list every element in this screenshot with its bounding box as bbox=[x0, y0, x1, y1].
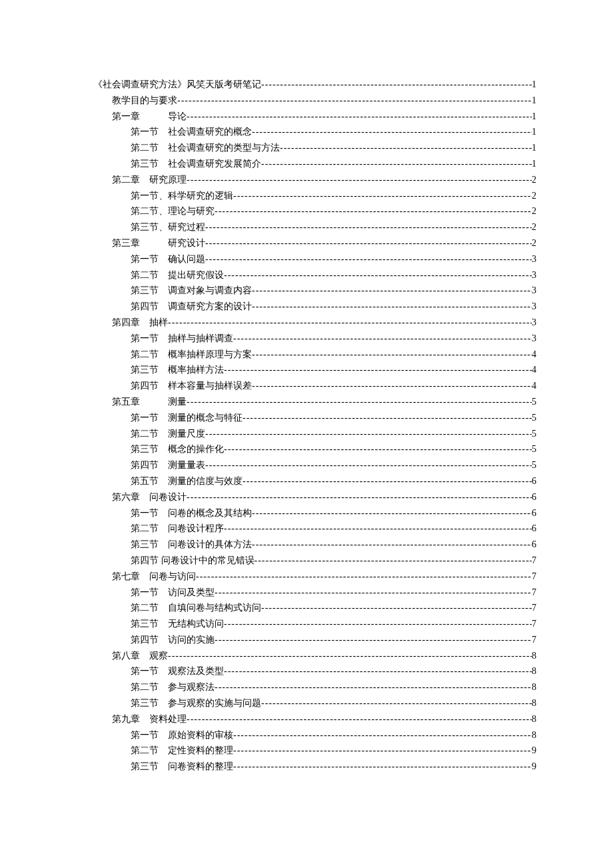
toc-label: 第一节 观察法及类型 bbox=[131, 663, 224, 679]
toc-entry: 第三节 参与观察的实施与问题8 bbox=[93, 695, 536, 711]
toc-entry: 第三节、研究过程2 bbox=[93, 219, 536, 235]
toc-page-number: 5 bbox=[532, 457, 536, 473]
toc-entry: 第二节 问卷设计程序6 bbox=[93, 521, 536, 537]
toc-label: 第四节 访问的实施 bbox=[131, 632, 215, 648]
toc-leader-dots bbox=[252, 378, 532, 394]
toc-entry: 第二节 参与观察法8 bbox=[93, 679, 536, 695]
toc-page-number: 8 bbox=[532, 679, 536, 695]
toc-entry: 第三节 问卷资料的整理9 bbox=[93, 759, 536, 775]
toc-page-number: 2 bbox=[532, 235, 536, 251]
toc-page-number: 8 bbox=[532, 663, 536, 679]
toc-entry: 第二节 测量尺度5 bbox=[93, 426, 536, 442]
toc-leader-dots bbox=[255, 553, 532, 569]
toc-leader-dots bbox=[252, 505, 532, 521]
toc-leader-dots bbox=[224, 616, 532, 632]
toc-leader-dots bbox=[261, 695, 532, 711]
toc-leader-dots bbox=[224, 663, 532, 679]
toc-entry: 第三节 概念的操作化5 bbox=[93, 441, 536, 457]
toc-label: 第三节 无结构式访问 bbox=[131, 616, 224, 632]
toc-page-number: 3 bbox=[532, 251, 536, 267]
toc-page-number: 9 bbox=[532, 743, 536, 759]
toc-label: 第三节 概率抽样方法 bbox=[131, 362, 224, 378]
toc-entry: 第六章 问卷设计6 bbox=[93, 489, 536, 505]
toc-label: 第四节 样本容量与抽样误差 bbox=[131, 378, 252, 394]
toc-entry: 第四节 样本容量与抽样误差4 bbox=[93, 378, 536, 394]
toc-page-number: 7 bbox=[532, 600, 536, 616]
toc-page-number: 1 bbox=[532, 140, 536, 156]
toc-leader-dots bbox=[233, 743, 532, 759]
toc-entry: 第一节 测量的概念与特征5 bbox=[93, 410, 536, 426]
toc-entry: 第一节、科学研究的逻辑2 bbox=[93, 188, 536, 204]
toc-entry: 第四章 抽样3 bbox=[93, 315, 536, 331]
toc-leader-dots bbox=[261, 600, 532, 616]
toc-label: 第二节 问卷设计程序 bbox=[131, 521, 224, 537]
toc-label: 第六章 问卷设计 bbox=[112, 489, 187, 505]
toc-page-number: 1 bbox=[532, 77, 536, 93]
toc-leader-dots bbox=[187, 711, 532, 727]
toc-entry: 第一节 抽样与抽样调查3 bbox=[93, 331, 536, 347]
toc-label: 第一节 抽样与抽样调查 bbox=[131, 331, 233, 347]
toc-leader-dots bbox=[187, 394, 532, 410]
toc-label: 第三节 概念的操作化 bbox=[131, 441, 224, 457]
toc-page-number: 8 bbox=[532, 695, 536, 711]
toc-leader-dots bbox=[168, 315, 532, 331]
toc-entry: 第二节 社会调查研究的类型与方法1 bbox=[93, 140, 536, 156]
toc-leader-dots bbox=[252, 283, 532, 299]
toc-label: 第一节 确认问题 bbox=[131, 251, 205, 267]
toc-entry: 第一节 原始资料的审核8 bbox=[93, 727, 536, 743]
toc-entry: 第三节 概率抽样方法4 bbox=[93, 362, 536, 378]
toc-leader-dots bbox=[252, 124, 532, 140]
toc-label: 第二节 自填问卷与结构式访问 bbox=[131, 600, 261, 616]
toc-page-number: 5 bbox=[532, 410, 536, 426]
toc-entry: 第九章 资料处理8 bbox=[93, 711, 536, 727]
toc-entry: 第二节 自填问卷与结构式访问7 bbox=[93, 600, 536, 616]
toc-entry: 第四节 问卷设计中的常见错误 7 bbox=[93, 553, 536, 569]
toc-label: 第二节 测量尺度 bbox=[131, 426, 205, 442]
toc-entry: 第一节 访问及类型7 bbox=[93, 585, 536, 601]
toc-leader-dots bbox=[177, 93, 532, 109]
toc-page-number: 2 bbox=[532, 219, 536, 235]
toc-leader-dots bbox=[187, 489, 532, 505]
toc-leader-dots bbox=[224, 441, 532, 457]
toc-label: 第一章 导论 bbox=[112, 109, 187, 125]
toc-label: 第三节、研究过程 bbox=[131, 219, 205, 235]
toc-label: 第三节 问卷资料的整理 bbox=[131, 759, 233, 775]
toc-entry: 第八章 观察8 bbox=[93, 648, 536, 664]
toc-leader-dots bbox=[224, 267, 532, 283]
toc-page-number: 4 bbox=[532, 362, 536, 378]
toc-page-number: 6 bbox=[532, 537, 536, 553]
toc-entry: 第三节 无结构式访问7 bbox=[93, 616, 536, 632]
toc-label: 第二节、理论与研究 bbox=[131, 203, 215, 219]
toc-label: 第二节 社会调查研究的类型与方法 bbox=[131, 140, 280, 156]
toc-page-number: 7 bbox=[532, 553, 536, 569]
toc-leader-dots bbox=[243, 473, 532, 489]
toc-label: 第四节 问卷设计中的常见错误 bbox=[131, 553, 255, 569]
toc-page-number: 1 bbox=[532, 109, 536, 125]
toc-page-number: 3 bbox=[532, 283, 536, 299]
toc-label: 第三节 参与观察的实施与问题 bbox=[131, 695, 261, 711]
toc-leader-dots bbox=[215, 632, 532, 648]
toc-leader-dots bbox=[224, 362, 532, 378]
toc-entry: 第二节、理论与研究2 bbox=[93, 203, 536, 219]
toc-page-number: 3 bbox=[532, 315, 536, 331]
toc-page-number: 6 bbox=[532, 505, 536, 521]
toc-page-number: 7 bbox=[532, 632, 536, 648]
toc-leader-dots bbox=[233, 727, 532, 743]
toc-leader-dots bbox=[261, 156, 532, 172]
toc-leader-dots bbox=[205, 219, 532, 235]
toc-leader-dots bbox=[205, 457, 532, 473]
toc-label: 第五节 测量的信度与效度 bbox=[131, 473, 243, 489]
toc-entry: 第三节 社会调查研究发展简介1 bbox=[93, 156, 536, 172]
toc-page-number: 3 bbox=[532, 267, 536, 283]
toc-page-number: 7 bbox=[532, 585, 536, 601]
toc-label: 教学目的与要求 bbox=[112, 93, 177, 109]
toc-entry: 第四节 测量量表5 bbox=[93, 457, 536, 473]
toc-label: 第三节 问卷设计的具体方法 bbox=[131, 537, 252, 553]
toc-page-number: 2 bbox=[532, 188, 536, 204]
toc-entry: 第二章 研究原理2 bbox=[93, 172, 536, 188]
toc-page-number: 1 bbox=[532, 156, 536, 172]
toc-label: 第二节 定性资料的整理 bbox=[131, 743, 233, 759]
toc-entry: 教学目的与要求1 bbox=[93, 93, 536, 109]
toc-label: 第一节 问卷的概念及其结构 bbox=[131, 505, 252, 521]
toc-leader-dots bbox=[233, 188, 532, 204]
